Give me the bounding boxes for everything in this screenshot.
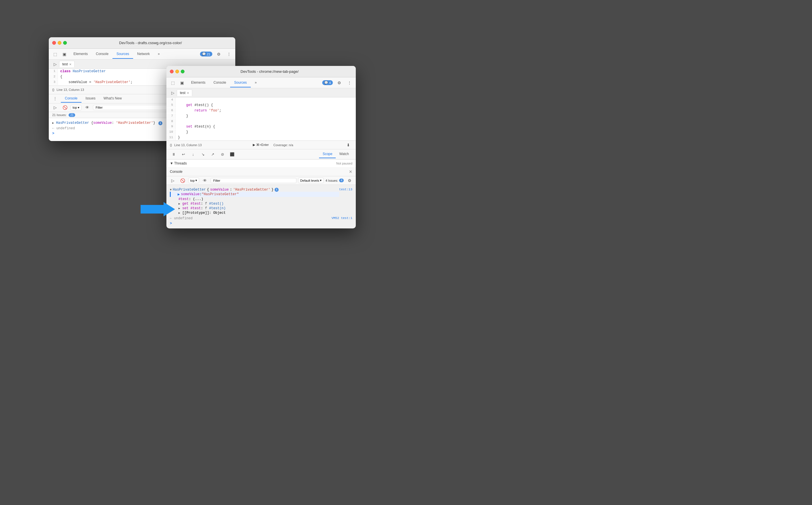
step-into-icon[interactable]: ↘ [199, 151, 207, 158]
tab-bar-front: Elements Console Sources » [187, 78, 261, 88]
device-icon[interactable]: ▣ [60, 50, 68, 58]
file-tab-back[interactable]: test ✕ [59, 61, 75, 67]
close-console-button[interactable]: ✕ [349, 169, 352, 174]
tab-more-back[interactable]: » [154, 49, 164, 59]
tab-more-front[interactable]: » [251, 78, 261, 88]
step-back-icon[interactable]: ↩ [180, 151, 187, 158]
chevron-down-icon-levels: ▾ [320, 179, 322, 182]
issues-num-front: 4 [339, 179, 344, 182]
code-line-5: 5 get #test() { [166, 103, 356, 108]
title-bar-front: DevTools - chrome://new-tab-page/ [166, 66, 356, 77]
play-icon-front[interactable]: ▷ [169, 89, 177, 97]
tab-elements-front[interactable]: Elements [187, 78, 210, 88]
close-button-front[interactable] [170, 70, 173, 73]
filter-input-front[interactable]: Filter [211, 178, 297, 183]
undefined-front: ← undefined VM52 test:1 [170, 216, 352, 221]
console-tab-console-back[interactable]: Console [61, 95, 82, 103]
file-tab-close-front[interactable]: ✕ [187, 92, 189, 95]
prop-get-test: ▶ get #test: f #test() [170, 201, 339, 206]
console-header-front: Console ✕ [166, 167, 356, 176]
device-icon-front[interactable]: ▣ [178, 79, 186, 87]
blue-arrow [141, 201, 175, 219]
code-line-6: 6 return 'foo'; [166, 108, 356, 114]
block-icon-front[interactable]: 🚫 [179, 177, 187, 185]
tab-console-back[interactable]: Console [92, 49, 112, 59]
default-levels-selector[interactable]: Default levels ▾ [298, 178, 324, 183]
step-out-icon[interactable]: ↗ [209, 151, 216, 158]
console-label: Console [170, 170, 183, 174]
svg-marker-0 [141, 202, 175, 216]
coverage-label: Coverage: n/a [273, 143, 293, 147]
title-bar-back: DevTools - drafts.csswg.org/css-color/ [49, 37, 235, 49]
maximize-button-front[interactable] [181, 70, 185, 73]
issues-badge-num-back: 21 [69, 113, 75, 117]
code-editor-front: 4 5 get #test() { 6 return 'foo'; 7 } 8 … [166, 98, 356, 140]
threads-section: ▼ Threads Not paused [166, 159, 356, 167]
status-line-back: Line 13, Column 13 [56, 88, 84, 92]
window-title-front: DevTools - chrome://new-tab-page/ [187, 69, 352, 74]
maximize-button[interactable] [63, 41, 67, 45]
eye-icon-front[interactable]: 👁 [201, 177, 209, 185]
chat-icon-front: 💬 [324, 81, 328, 85]
file-tab-close-back[interactable]: ✕ [69, 63, 72, 66]
prompt-front: > [170, 221, 352, 226]
code-line-11: 11 } [166, 135, 356, 140]
settings-icon-console[interactable]: ⚙ [345, 177, 353, 185]
tab-sources-front[interactable]: Sources [230, 78, 251, 88]
play-icon-console-front[interactable]: ▷ [169, 177, 177, 185]
step-over-icon[interactable]: ↓ [189, 151, 197, 158]
settings-icon-front[interactable]: ⚙ [335, 79, 343, 87]
issues-badge-back[interactable]: 💬 21 [200, 51, 212, 56]
tab-elements-back[interactable]: Elements [70, 49, 92, 59]
tab-bar-back: Elements Console Sources Network » [70, 49, 164, 59]
play-icon-back[interactable]: ▷ [51, 60, 59, 68]
curly-icon-front: {} [170, 143, 172, 147]
devtools-window-front: DevTools - chrome://new-tab-page/ ⬚ ▣ El… [166, 66, 356, 228]
console-tab-issues-back[interactable]: Issues [82, 95, 100, 103]
block-icon-back[interactable]: 🚫 [61, 104, 69, 112]
file-tab-bar-front: ▷ test ✕ [166, 88, 356, 98]
settings-icon-back[interactable]: ⚙ [215, 50, 223, 58]
console-tab-whatsnew-back[interactable]: What's New [100, 95, 126, 103]
tab-network-back[interactable]: Network [133, 49, 154, 59]
status-line-front: Line 13, Column 13 [174, 143, 202, 147]
more-icon-front[interactable]: ⋮ [345, 79, 353, 87]
stop-icon[interactable]: ⬛ [228, 151, 236, 158]
prop-proto: ▶ [[Prototype]]: Object [170, 211, 339, 215]
console-tabs-back: Console Issues What's New [61, 95, 126, 103]
tab-sources-back[interactable]: Sources [112, 49, 133, 59]
curly-icon-back: {} [52, 88, 54, 92]
issues-badge-front[interactable]: 💬 4 [322, 80, 333, 85]
play-icon-console-back[interactable]: ▷ [51, 104, 59, 112]
top-selector-back[interactable]: top ▾ [71, 105, 82, 110]
code-line-7: 7 } [166, 114, 356, 119]
code-line-8: 8 [166, 119, 356, 124]
tab-console-front[interactable]: Console [210, 78, 230, 88]
traffic-lights-back [52, 41, 67, 45]
prop-test: #test: (...) [170, 197, 339, 201]
code-line-4: 4 [166, 98, 356, 103]
main-toolbar-front: ⬚ ▣ Elements Console Sources » 💬 4 ⚙ ⋮ [166, 77, 356, 88]
eye-icon-back[interactable]: 👁 [83, 104, 91, 112]
close-button[interactable] [52, 41, 56, 45]
inspect-icon[interactable]: ⬚ [51, 50, 59, 58]
more-icon-back[interactable]: ⋮ [225, 50, 233, 58]
source-link-front[interactable]: test:13 [339, 188, 352, 191]
threads-header: ▼ Threads Not paused [170, 161, 352, 165]
top-selector-front[interactable]: top ▾ [188, 178, 199, 183]
coverage-icon[interactable]: ⬇ [344, 141, 352, 149]
main-toolbar-back: ⬚ ▣ Elements Console Sources Network » 💬… [49, 49, 235, 59]
more-btn-back[interactable]: ⋮ [51, 95, 59, 103]
vm-link-front[interactable]: VM52 test:1 [331, 216, 352, 220]
file-tab-front[interactable]: test ✕ [177, 90, 192, 96]
inspect-icon-front[interactable]: ⬚ [169, 79, 177, 87]
scope-tab[interactable]: Scope [319, 150, 336, 158]
pause-icon[interactable]: ⏸ [170, 151, 177, 158]
watch-tab[interactable]: Watch [336, 150, 352, 158]
minimize-button[interactable] [58, 41, 62, 45]
deactivate-icon[interactable]: ⊘ [219, 151, 226, 158]
issues-count-front: 4 Issues: 4 [325, 179, 344, 182]
highlighted-prop-row: ▶ someValue: "HasPrivateGetter" [170, 192, 339, 197]
run-button-front[interactable]: ▶ ⌘+Enter [253, 143, 269, 147]
minimize-button-front[interactable] [175, 70, 179, 73]
